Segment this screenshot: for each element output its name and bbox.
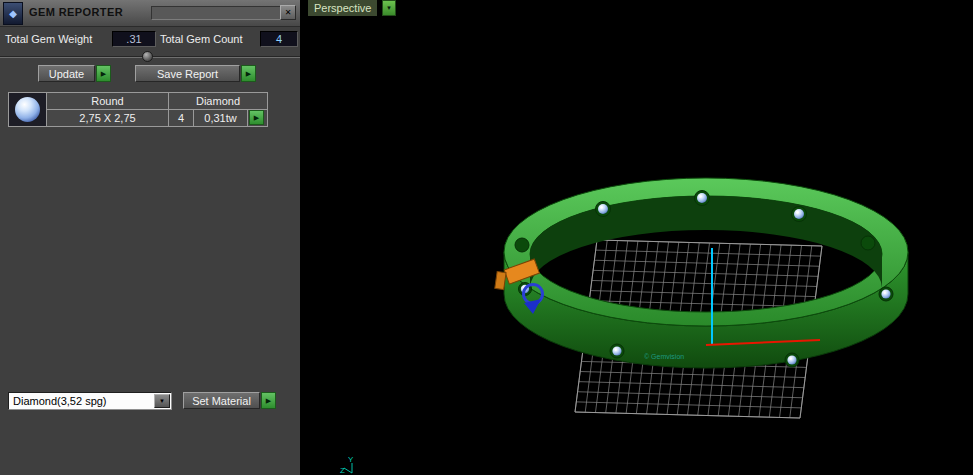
chevron-down-icon: ▼ xyxy=(386,5,392,11)
material-density: (3,52 spg) xyxy=(57,394,107,409)
play-icon: ▶ xyxy=(254,114,259,121)
column-header-material: Diamond xyxy=(168,92,268,110)
gem-stone xyxy=(792,207,807,222)
gem-row-weight: 0,31tw xyxy=(193,109,248,127)
gem-table: Round Diamond 2,75 X 2,75 4 0,31tw xyxy=(8,92,268,127)
viewport-watermark: © Gemvision xyxy=(644,353,684,360)
total-count-value: 4 xyxy=(260,31,298,47)
gem-stone xyxy=(610,344,624,358)
bezel-setting xyxy=(861,236,875,250)
total-weight-label: Total Gem Weight xyxy=(5,33,92,45)
close-button[interactable]: ✕ xyxy=(280,5,296,20)
gem-stone xyxy=(695,191,710,206)
gem-reporter-panel: ◆ GEM REPORTER ✕ Total Gem Weight .31 To… xyxy=(0,0,301,475)
total-count-text: 4 xyxy=(276,33,282,45)
view-mode-label: Perspective xyxy=(314,2,371,14)
view-mode-button[interactable]: Perspective xyxy=(308,0,377,16)
play-icon: ▶ xyxy=(246,70,251,77)
axis-y-label: Y xyxy=(348,455,354,464)
gem-stone xyxy=(596,202,611,217)
axis-tripod: Y Z xyxy=(340,455,354,475)
slider-knob[interactable] xyxy=(142,51,153,62)
total-weight-text: .31 xyxy=(126,33,141,45)
gem-stone xyxy=(785,353,799,367)
set-material-run-button[interactable]: ▶ xyxy=(261,392,276,409)
viewport-3d[interactable]: © Gemvision Y Z Perspective ▼ xyxy=(300,0,973,475)
dropdown-arrow-button[interactable]: ▼ xyxy=(154,394,170,408)
scene-canvas[interactable]: © Gemvision Y Z xyxy=(300,0,973,475)
bezel-setting xyxy=(515,238,529,252)
gem-row-count: 4 xyxy=(168,109,194,127)
titlebar-groove xyxy=(151,6,281,20)
update-button[interactable]: Update xyxy=(38,65,95,82)
play-icon: ▶ xyxy=(101,70,106,77)
gem-thumbnail xyxy=(15,97,40,122)
save-report-run-button[interactable]: ▶ xyxy=(241,65,256,82)
view-mode-dropdown-button[interactable]: ▼ xyxy=(382,0,396,16)
update-run-button[interactable]: ▶ xyxy=(96,65,111,82)
save-report-button[interactable]: Save Report xyxy=(135,65,240,82)
total-weight-value: .31 xyxy=(112,31,156,47)
chevron-down-icon: ▼ xyxy=(159,398,165,404)
play-icon: ▶ xyxy=(266,397,271,404)
panel-title: GEM REPORTER xyxy=(29,6,123,18)
gem-row-size: 2,75 X 2,75 xyxy=(46,109,169,127)
material-name: Diamond xyxy=(13,394,57,409)
app-icon: ◆ xyxy=(3,2,23,25)
gem-row-select-button[interactable]: ▶ xyxy=(249,110,264,125)
material-dropdown[interactable]: Diamond (3,52 spg) ▼ xyxy=(8,392,172,410)
gem-stone xyxy=(879,287,893,301)
total-count-label: Total Gem Count xyxy=(160,33,243,45)
screen: ◆ GEM REPORTER ✕ Total Gem Weight .31 To… xyxy=(0,0,973,475)
axis-z-label: Z xyxy=(340,466,345,475)
column-header-shape: Round xyxy=(46,92,169,110)
close-icon: ✕ xyxy=(285,8,292,17)
titlebar[interactable]: ◆ GEM REPORTER ✕ xyxy=(0,0,300,27)
gem-icon: ◆ xyxy=(9,8,17,19)
set-material-button[interactable]: Set Material xyxy=(183,392,260,409)
gem-thumbnail-cell xyxy=(8,92,47,127)
